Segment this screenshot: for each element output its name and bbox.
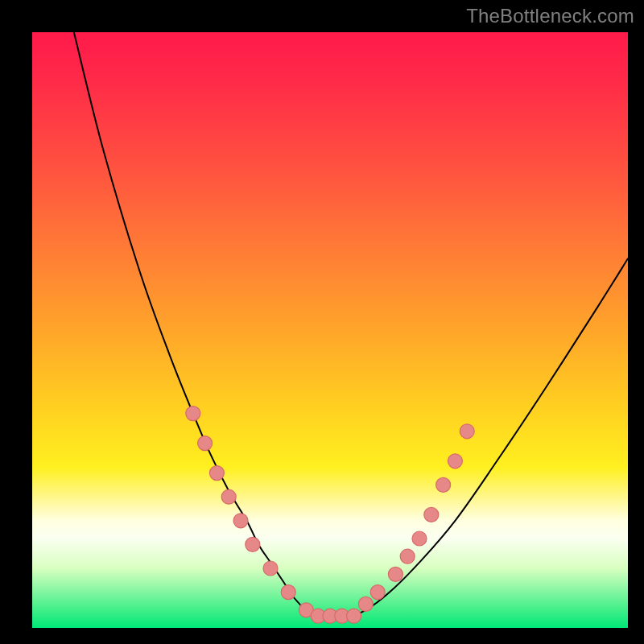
sample-dot: [233, 514, 248, 528]
sample-dot: [347, 609, 361, 623]
sample-dot: [209, 466, 224, 481]
plot-area: [32, 32, 628, 628]
bottleneck-curve: [74, 32, 628, 617]
sample-dot: [198, 436, 213, 451]
sample-dot: [358, 597, 373, 611]
chart-stage: TheBottleneck.com: [0, 0, 644, 644]
sample-dot: [246, 537, 260, 551]
sample-dot: [281, 585, 295, 600]
sample-dot: [388, 567, 402, 581]
curve-svg: [32, 32, 628, 628]
sample-dot: [221, 489, 236, 504]
sample-dot: [460, 424, 474, 439]
sample-dot: [424, 507, 439, 522]
watermark-text: TheBottleneck.com: [466, 5, 634, 27]
sample-dot: [400, 549, 415, 564]
sample-dots-group: [186, 407, 474, 624]
sample-dot: [448, 454, 462, 469]
sample-dot: [263, 561, 278, 576]
sample-dot: [370, 585, 385, 600]
sample-dot: [436, 477, 451, 492]
sample-dot: [412, 531, 427, 546]
sample-dot: [186, 407, 200, 421]
